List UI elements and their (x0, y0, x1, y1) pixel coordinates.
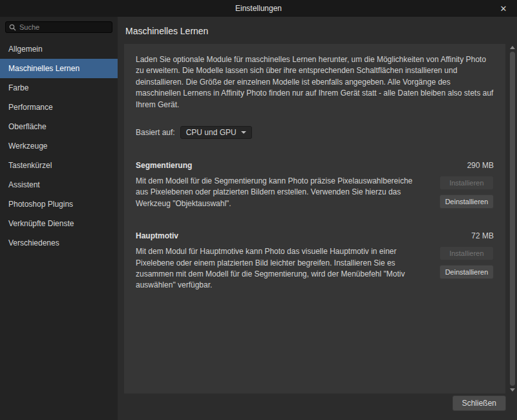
sidebar-item-tastenkuerzel[interactable]: Tastenkürzel (0, 156, 118, 175)
close-dialog-button[interactable]: Schließen (452, 395, 506, 411)
window-title: Einstellungen (235, 4, 282, 13)
sidebar-item-assistent[interactable]: Assistent (0, 175, 118, 194)
install-button-segmentierung: Installieren (439, 176, 494, 190)
based-on-label: Basiert auf: (136, 128, 175, 137)
install-button-hauptmotiv: Installieren (439, 246, 494, 260)
scrollbar-track[interactable] (510, 52, 515, 386)
sidebar-item-oberflaeche[interactable]: Oberfläche (0, 117, 118, 136)
sidebar-item-maschinelles-lernen[interactable]: Maschinelles Lernen (0, 59, 118, 78)
section-description: Mit dem Modul für Hauptmotive kann Photo… (136, 246, 439, 291)
search-box[interactable] (5, 21, 112, 33)
section-description: Mit dem Modell für die Segmentierung kan… (136, 176, 439, 209)
settings-window: Einstellungen ✕ Allgemein Maschinelles L… (0, 0, 517, 420)
uninstall-button-segmentierung[interactable]: Deinstallieren (439, 194, 494, 209)
search-input[interactable] (19, 23, 109, 31)
settings-sidebar: Allgemein Maschinelles Lernen Farbe Perf… (0, 17, 118, 420)
sidebar-item-farbe[interactable]: Farbe (0, 78, 118, 98)
section-size: 72 MB (471, 231, 494, 240)
sidebar-item-verschiedenes[interactable]: Verschiedenes (0, 233, 118, 253)
dialog-footer: Schließen (118, 392, 517, 420)
scrollbar-thumb[interactable] (510, 52, 515, 386)
sidebar-item-photoshop-plugins[interactable]: Photoshop Plugins (0, 194, 118, 214)
sidebar-item-allgemein[interactable]: Allgemein (0, 39, 118, 59)
panel-scrollbar[interactable] (508, 44, 517, 394)
sidebar-item-verknuepfte-dienste[interactable]: Verknüpfte Dienste (0, 214, 118, 233)
title-bar: Einstellungen ✕ (0, 0, 517, 17)
search-icon (9, 24, 16, 31)
based-on-dropdown[interactable]: CPU und GPU (180, 126, 252, 139)
page-title: Maschinelles Lernen (118, 17, 517, 44)
sidebar-item-performance[interactable]: Performance (0, 98, 118, 117)
sidebar-item-werkzeuge[interactable]: Werkzeuge (0, 136, 118, 156)
section-size: 290 MB (467, 161, 494, 170)
section-segmentierung: Segmentierung 290 MB Mit dem Modell für … (136, 161, 494, 209)
close-icon: ✕ (500, 4, 507, 14)
settings-main: Maschinelles Lernen Laden Sie optionale … (118, 17, 517, 420)
chevron-down-icon (241, 131, 246, 134)
based-on-value: CPU und GPU (186, 128, 237, 137)
section-title: Segmentierung (136, 161, 192, 170)
scroll-up-icon[interactable] (510, 46, 515, 49)
section-title: Hauptmotiv (136, 231, 178, 240)
close-button[interactable]: ✕ (495, 0, 512, 17)
intro-text: Laden Sie optionale Module für maschinel… (136, 54, 494, 110)
section-hauptmotiv: Hauptmotiv 72 MB Mit dem Modul für Haupt… (136, 231, 494, 291)
uninstall-button-hauptmotiv[interactable]: Deinstallieren (439, 265, 494, 279)
machine-learning-panel: Laden Sie optionale Module für maschinel… (124, 44, 505, 394)
